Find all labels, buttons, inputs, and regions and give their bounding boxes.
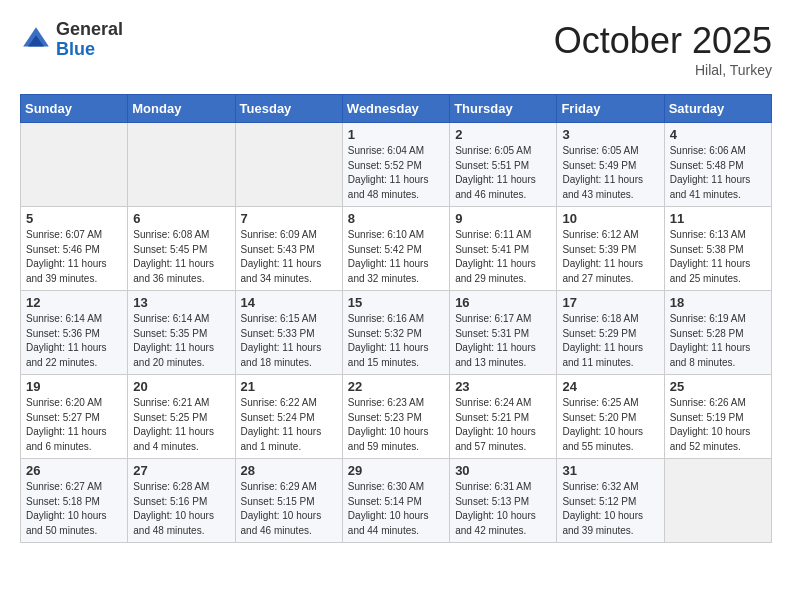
day-number: 4 [670,127,766,142]
day-cell: 12Sunrise: 6:14 AM Sunset: 5:36 PM Dayli… [21,291,128,375]
day-cell: 6Sunrise: 6:08 AM Sunset: 5:45 PM Daylig… [128,207,235,291]
day-cell: 23Sunrise: 6:24 AM Sunset: 5:21 PM Dayli… [450,375,557,459]
day-number: 28 [241,463,337,478]
week-row-3: 12Sunrise: 6:14 AM Sunset: 5:36 PM Dayli… [21,291,772,375]
day-info: Sunrise: 6:20 AM Sunset: 5:27 PM Dayligh… [26,396,122,454]
day-number: 24 [562,379,658,394]
logo-icon [20,24,52,56]
day-info: Sunrise: 6:26 AM Sunset: 5:19 PM Dayligh… [670,396,766,454]
day-number: 1 [348,127,444,142]
day-number: 30 [455,463,551,478]
day-cell: 5Sunrise: 6:07 AM Sunset: 5:46 PM Daylig… [21,207,128,291]
day-number: 13 [133,295,229,310]
logo: General Blue [20,20,123,60]
day-number: 27 [133,463,229,478]
month-title: October 2025 [554,20,772,62]
day-info: Sunrise: 6:24 AM Sunset: 5:21 PM Dayligh… [455,396,551,454]
day-info: Sunrise: 6:32 AM Sunset: 5:12 PM Dayligh… [562,480,658,538]
logo-blue-text: Blue [56,40,123,60]
day-cell: 16Sunrise: 6:17 AM Sunset: 5:31 PM Dayli… [450,291,557,375]
day-cell: 10Sunrise: 6:12 AM Sunset: 5:39 PM Dayli… [557,207,664,291]
day-cell: 8Sunrise: 6:10 AM Sunset: 5:42 PM Daylig… [342,207,449,291]
day-cell: 29Sunrise: 6:30 AM Sunset: 5:14 PM Dayli… [342,459,449,543]
weekday-header-saturday: Saturday [664,95,771,123]
day-number: 5 [26,211,122,226]
day-number: 26 [26,463,122,478]
day-info: Sunrise: 6:14 AM Sunset: 5:35 PM Dayligh… [133,312,229,370]
day-cell [128,123,235,207]
day-info: Sunrise: 6:29 AM Sunset: 5:15 PM Dayligh… [241,480,337,538]
day-info: Sunrise: 6:05 AM Sunset: 5:51 PM Dayligh… [455,144,551,202]
day-cell: 26Sunrise: 6:27 AM Sunset: 5:18 PM Dayli… [21,459,128,543]
day-cell: 28Sunrise: 6:29 AM Sunset: 5:15 PM Dayli… [235,459,342,543]
weekday-header-thursday: Thursday [450,95,557,123]
day-cell [21,123,128,207]
day-info: Sunrise: 6:06 AM Sunset: 5:48 PM Dayligh… [670,144,766,202]
day-cell: 27Sunrise: 6:28 AM Sunset: 5:16 PM Dayli… [128,459,235,543]
day-cell: 19Sunrise: 6:20 AM Sunset: 5:27 PM Dayli… [21,375,128,459]
calendar-table: SundayMondayTuesdayWednesdayThursdayFrid… [20,94,772,543]
day-number: 25 [670,379,766,394]
day-number: 20 [133,379,229,394]
day-cell: 21Sunrise: 6:22 AM Sunset: 5:24 PM Dayli… [235,375,342,459]
weekday-header-tuesday: Tuesday [235,95,342,123]
week-row-2: 5Sunrise: 6:07 AM Sunset: 5:46 PM Daylig… [21,207,772,291]
day-number: 9 [455,211,551,226]
day-number: 22 [348,379,444,394]
day-cell: 9Sunrise: 6:11 AM Sunset: 5:41 PM Daylig… [450,207,557,291]
day-info: Sunrise: 6:14 AM Sunset: 5:36 PM Dayligh… [26,312,122,370]
day-info: Sunrise: 6:21 AM Sunset: 5:25 PM Dayligh… [133,396,229,454]
weekday-header-row: SundayMondayTuesdayWednesdayThursdayFrid… [21,95,772,123]
day-cell: 14Sunrise: 6:15 AM Sunset: 5:33 PM Dayli… [235,291,342,375]
title-block: October 2025 Hilal, Turkey [554,20,772,78]
weekday-header-friday: Friday [557,95,664,123]
day-number: 3 [562,127,658,142]
day-cell [664,459,771,543]
day-cell: 17Sunrise: 6:18 AM Sunset: 5:29 PM Dayli… [557,291,664,375]
day-info: Sunrise: 6:30 AM Sunset: 5:14 PM Dayligh… [348,480,444,538]
logo-general-text: General [56,20,123,40]
day-info: Sunrise: 6:04 AM Sunset: 5:52 PM Dayligh… [348,144,444,202]
day-info: Sunrise: 6:22 AM Sunset: 5:24 PM Dayligh… [241,396,337,454]
day-cell: 13Sunrise: 6:14 AM Sunset: 5:35 PM Dayli… [128,291,235,375]
day-info: Sunrise: 6:08 AM Sunset: 5:45 PM Dayligh… [133,228,229,286]
day-number: 6 [133,211,229,226]
day-info: Sunrise: 6:16 AM Sunset: 5:32 PM Dayligh… [348,312,444,370]
weekday-header-sunday: Sunday [21,95,128,123]
day-number: 2 [455,127,551,142]
day-info: Sunrise: 6:12 AM Sunset: 5:39 PM Dayligh… [562,228,658,286]
day-cell: 1Sunrise: 6:04 AM Sunset: 5:52 PM Daylig… [342,123,449,207]
day-number: 19 [26,379,122,394]
day-info: Sunrise: 6:23 AM Sunset: 5:23 PM Dayligh… [348,396,444,454]
location-subtitle: Hilal, Turkey [554,62,772,78]
day-cell: 24Sunrise: 6:25 AM Sunset: 5:20 PM Dayli… [557,375,664,459]
day-number: 23 [455,379,551,394]
week-row-5: 26Sunrise: 6:27 AM Sunset: 5:18 PM Dayli… [21,459,772,543]
page-header: General Blue October 2025 Hilal, Turkey [20,20,772,78]
day-number: 7 [241,211,337,226]
week-row-1: 1Sunrise: 6:04 AM Sunset: 5:52 PM Daylig… [21,123,772,207]
day-number: 12 [26,295,122,310]
day-info: Sunrise: 6:28 AM Sunset: 5:16 PM Dayligh… [133,480,229,538]
day-info: Sunrise: 6:15 AM Sunset: 5:33 PM Dayligh… [241,312,337,370]
day-cell: 20Sunrise: 6:21 AM Sunset: 5:25 PM Dayli… [128,375,235,459]
day-number: 16 [455,295,551,310]
day-cell: 4Sunrise: 6:06 AM Sunset: 5:48 PM Daylig… [664,123,771,207]
day-cell: 15Sunrise: 6:16 AM Sunset: 5:32 PM Dayli… [342,291,449,375]
day-info: Sunrise: 6:09 AM Sunset: 5:43 PM Dayligh… [241,228,337,286]
day-cell: 31Sunrise: 6:32 AM Sunset: 5:12 PM Dayli… [557,459,664,543]
day-number: 15 [348,295,444,310]
weekday-header-monday: Monday [128,95,235,123]
day-cell: 11Sunrise: 6:13 AM Sunset: 5:38 PM Dayli… [664,207,771,291]
day-cell: 30Sunrise: 6:31 AM Sunset: 5:13 PM Dayli… [450,459,557,543]
day-info: Sunrise: 6:31 AM Sunset: 5:13 PM Dayligh… [455,480,551,538]
day-cell [235,123,342,207]
day-cell: 3Sunrise: 6:05 AM Sunset: 5:49 PM Daylig… [557,123,664,207]
day-info: Sunrise: 6:07 AM Sunset: 5:46 PM Dayligh… [26,228,122,286]
day-info: Sunrise: 6:05 AM Sunset: 5:49 PM Dayligh… [562,144,658,202]
day-number: 11 [670,211,766,226]
day-number: 21 [241,379,337,394]
day-number: 10 [562,211,658,226]
day-number: 8 [348,211,444,226]
day-cell: 25Sunrise: 6:26 AM Sunset: 5:19 PM Dayli… [664,375,771,459]
